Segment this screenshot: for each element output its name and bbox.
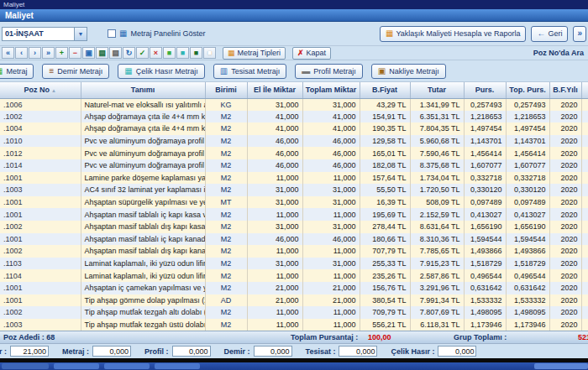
check-icon[interactable]: ✓ (136, 47, 149, 59)
el-ile-miktar-cell[interactable]: 11,000 (247, 245, 302, 258)
taskbar-tray[interactable] (534, 363, 588, 369)
legend-teal-square[interactable]: ■ (176, 47, 189, 59)
tab-demir-metraji[interactable]: ≡Demir Metrajı (42, 64, 109, 79)
nav-next-icon[interactable]: › (29, 47, 41, 59)
refresh-icon[interactable]: ↻ (123, 47, 135, 59)
el-ile-miktar-cell[interactable]: 31,000 (247, 258, 302, 270)
nav-prev-icon[interactable]: ‹ (15, 47, 28, 59)
tanimi-cell: Tip ahşap mutfak tezgah üstü dolabı (3.0… (81, 319, 205, 331)
excel-icon[interactable]: ▤ (96, 47, 108, 59)
metraj-tipleri-button[interactable]: ▦ Metraj Tipleri (223, 47, 286, 60)
taskbar-item[interactable] (54, 363, 99, 369)
table-row[interactable]: .1103 Laminat kaplamalı, iki yüzü odun l… (0, 258, 588, 270)
celik-hasir-field-input[interactable]: 0,000 (438, 346, 476, 357)
col-clipped[interactable] (581, 82, 588, 98)
col-birimi[interactable]: Birimi (205, 82, 247, 98)
delete-icon[interactable]: − (69, 47, 81, 59)
table-row[interactable]: .1003 Tip ahşap mutfak tezgah üstü dolab… (0, 319, 588, 331)
taskbar-item[interactable] (155, 363, 200, 369)
tab-tesisat-metraji[interactable]: ▥Tesisat Metrajı (213, 64, 286, 79)
table-row[interactable]: .1012 Pvc ve alüminyum doğramaya profil … (0, 147, 588, 159)
top-purs-cell: 1,497454 (506, 122, 549, 135)
el-ile-miktar-cell[interactable]: 11,000 (247, 269, 302, 282)
table-row[interactable]: .1001 Ahşaptan masif tablalı iç kapı kan… (0, 233, 588, 246)
taskbar[interactable] (0, 362, 588, 370)
el-ile-miktar-cell[interactable]: 21,000 (247, 282, 302, 294)
table-row[interactable]: .1104 Laminat kaplamalı, iki yüzü odun l… (0, 269, 588, 282)
legend-green-square[interactable]: ■ (163, 47, 176, 59)
back-button[interactable]: ← Geri (531, 26, 568, 42)
copy-icon[interactable]: ▣ (82, 47, 95, 59)
el-ile-miktar-cell[interactable]: 46,000 (247, 159, 302, 172)
el-ile-miktar-cell[interactable]: 31,000 (247, 221, 302, 233)
el-ile-miktar-cell[interactable]: 31,000 (247, 184, 302, 196)
col-poz-no[interactable]: Poz No▲ (0, 82, 81, 98)
col-toplam-miktar[interactable]: Toplam Miktar (302, 82, 360, 98)
table-row[interactable]: .1003 AC4 sınıf 32 laminat yer kaplaması… (0, 184, 588, 196)
table-row[interactable]: .1014 Pvc ve alüminyum doğramaya profil … (0, 159, 588, 172)
el-ile-miktar-cell[interactable]: 46,000 (247, 233, 302, 246)
metraj-field-input[interactable]: 0,000 (92, 346, 131, 357)
legend-darkgreen-square[interactable]: ■ (190, 47, 202, 59)
el-ile-miktar-cell[interactable]: 46,000 (247, 147, 302, 159)
el-ile-miktar-cell[interactable]: 11,000 (247, 172, 302, 185)
el-ile-miktar-cell[interactable]: 21,000 (247, 294, 302, 307)
el-ile-miktar-cell[interactable]: 11,000 (247, 319, 302, 331)
table-row[interactable]: .1002 Tip ahşap mutfak tezgah altı dolab… (0, 306, 588, 319)
table-row[interactable]: .1004 Ahşap doğramaya çıta ile 4+4 mm ka… (0, 122, 588, 135)
table-row[interactable]: .1001 Ahşaptan iç çamekan yapılması ve y… (0, 282, 588, 294)
table-row[interactable]: .1006 Naturel-mat ve eloksallı ısı yalıt… (0, 98, 588, 111)
taskbar-item[interactable] (104, 363, 150, 369)
group-select[interactable]: 01-İNŞAAT ▼ (2, 27, 87, 41)
col-el-ile-miktar[interactable]: El İle Miktar (247, 82, 302, 98)
demir-field-input[interactable]: 0,000 (254, 346, 292, 357)
table-row[interactable]: .1002 Ahşaptan masif tablalı dış kapı ka… (0, 245, 588, 258)
el-ile-miktar-cell[interactable]: 41,000 (247, 111, 302, 123)
tab-nakliye-metraji[interactable]: ▣Nakliye Metrajı (371, 64, 446, 79)
profil-field-input[interactable]: 0,000 (172, 346, 211, 357)
nav-last-icon[interactable]: » (42, 47, 55, 59)
el-ile-miktar-cell[interactable]: 41,000 (247, 122, 302, 135)
col-tutar[interactable]: Tutar (410, 82, 464, 98)
cancel-icon[interactable]: × (150, 47, 162, 59)
table-row[interactable]: .1001 Tip ahşap gömme dolap yapılması (2… (0, 294, 588, 307)
nav-first-icon[interactable]: « (2, 47, 14, 59)
legend-white-square[interactable]: ■ (203, 47, 216, 59)
col-top-purs[interactable]: Top. Purs. (506, 82, 549, 98)
col-tanimi[interactable]: Tanımı (81, 82, 205, 98)
print-icon[interactable]: ▤ (109, 47, 122, 59)
table-row[interactable]: .1002 Ahşaptan masif tablalı dış kapı ka… (0, 221, 588, 233)
kapat-button[interactable]: ✗ Kapat (292, 47, 331, 60)
toplam-miktar-cell: 11,000 (302, 306, 360, 319)
col-purs[interactable]: Purs. (464, 82, 506, 98)
taskbar-start[interactable] (2, 363, 49, 369)
metraj-panel-checkbox[interactable] (108, 29, 116, 38)
col-bfiyat[interactable]: B.Fiyat (360, 82, 410, 98)
tesisat-field-input[interactable]: 0,000 (339, 346, 377, 357)
table-row[interactable]: .1001 Ahşaptan süpürgelik yapılması ve y… (0, 196, 588, 209)
purs-cell: 0,097489 (464, 196, 506, 209)
calc-report-button[interactable]: ▦ Yaklaşık Maliyeti Hesapla ve Raporla (380, 26, 526, 42)
miktar-field-input[interactable]: 21,000 (10, 346, 49, 357)
tab-tesisat-metraji-label: Tesisat Metrajı (231, 67, 280, 76)
el-ile-miktar-cell[interactable]: 11,000 (247, 208, 302, 221)
tab-celik-hasir-metraji[interactable]: ▦Çelik Hasır Metrajı (118, 64, 204, 79)
window-titlebar[interactable]: Maliyet (0, 9, 588, 22)
bf-yili-cell: 2020 (549, 111, 581, 123)
tab-metraj[interactable]: ▦Metraj (0, 64, 34, 79)
el-ile-miktar-cell[interactable]: 31,000 (247, 98, 302, 111)
table-row[interactable]: .1001 Lamine parke döşeme kaplaması yapı… (0, 172, 588, 185)
el-ile-miktar-cell[interactable]: 11,000 (247, 306, 302, 319)
el-ile-miktar-cell[interactable]: 31,000 (247, 196, 302, 209)
chevron-down-icon[interactable]: ▼ (74, 28, 87, 40)
el-ile-miktar-cell[interactable]: 46,000 (247, 135, 302, 148)
table-row[interactable]: .1010 Pvc ve alüminyum doğramaya profil … (0, 135, 588, 148)
table-row[interactable]: .1001 Ahşaptan masif tablalı iç kapı kas… (0, 208, 588, 221)
add-icon[interactable]: + (55, 47, 68, 59)
table-row[interactable]: .1002 Ahşap doğramaya çıta ile 4+4 mm ka… (0, 111, 588, 123)
tab-profil-metraji[interactable]: ▬Profil Metrajı (295, 64, 363, 79)
col-bf-yili[interactable]: B.F.Yılı (549, 82, 581, 98)
poz-table[interactable]: Poz No▲ Tanımı Birimi El İle Miktar Topl… (0, 82, 588, 331)
more-button[interactable]: » (573, 26, 586, 42)
metraj-panel-toggle[interactable]: ▦ Metraj Panelini Göster (108, 29, 206, 38)
